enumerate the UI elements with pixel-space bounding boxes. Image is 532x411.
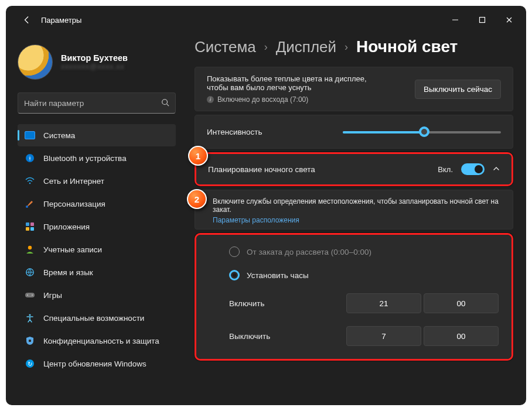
annotation-badge-2: 2 (187, 189, 207, 209)
sidebar-item-label: Конфиденциальность и защита (43, 337, 159, 345)
brush-icon (25, 198, 35, 209)
slider-fill (343, 131, 422, 133)
radio-sunset-sunrise: От заката до рассвета (0:00–0:00) (229, 246, 499, 257)
search-box[interactable]: Найти параметр (18, 93, 176, 114)
intensity-slider[interactable] (343, 126, 501, 138)
gamepad-icon (25, 290, 35, 300)
window-title: Параметры (41, 16, 81, 25)
sidebar-item-windows-update[interactable]: ↻ Центр обновления Windows (18, 352, 176, 375)
location-notice-panel: 2 Включите службы определения местополож… (195, 190, 513, 230)
sidebar-item-label: Игры (43, 291, 62, 300)
svg-rect-1 (480, 18, 485, 23)
info-text-2: чтобы вам было легче уснуть (207, 83, 367, 92)
svg-line-3 (167, 104, 169, 106)
info-status: i Включено до восхода (7:00) (207, 95, 367, 104)
turn-off-hour[interactable]: 7 (346, 326, 421, 346)
toggle-knob (475, 165, 483, 173)
sidebar-item-label: Bluetooth и устройства (43, 154, 127, 163)
apps-icon (25, 221, 35, 232)
turn-off-label: Выключить (229, 332, 270, 341)
back-button[interactable] (15, 8, 39, 32)
schedule-state: Вкл. (438, 165, 453, 174)
turn-on-time-picker: 21 00 (346, 293, 499, 313)
location-notice-text: Включите службы определения местоположен… (213, 197, 502, 214)
sidebar: Виктор Бухтеев xxxxxxx@xxxx.xx Найти пар… (6, 34, 182, 405)
maximize-button[interactable] (469, 8, 496, 32)
radio-selected-icon (229, 270, 240, 280)
sidebar-item-accounts[interactable]: Учетные записи (18, 238, 176, 261)
turn-off-now-button[interactable]: Выключить сейчас (415, 80, 501, 99)
sidebar-item-label: Система (43, 131, 75, 140)
slider-thumb[interactable] (419, 126, 429, 137)
globe-icon (25, 267, 35, 278)
sidebar-item-time-language[interactable]: Время и язык (18, 261, 176, 283)
sidebar-item-label: Время и язык (43, 268, 93, 277)
info-panel: Показывать более теплые цвета на дисплее… (195, 67, 513, 111)
radio-label: Установить часы (247, 271, 309, 280)
search-input[interactable]: Найти параметр (24, 99, 161, 108)
breadcrumb-system[interactable]: Система (195, 38, 256, 56)
svg-point-4 (29, 183, 31, 184)
chevron-right-icon: › (345, 42, 348, 52)
sidebar-item-label: Учетные записи (43, 245, 102, 254)
sidebar-item-personalization[interactable]: Персонализация (18, 193, 176, 215)
sidebar-item-accessibility[interactable]: Специальные возможности (18, 307, 176, 329)
search-icon (161, 98, 169, 108)
svg-rect-12 (29, 340, 31, 342)
sidebar-item-label: Центр обновления Windows (43, 359, 146, 368)
info-text-1: Показывать более теплые цвета на дисплее… (207, 74, 367, 83)
annotation-2: От заката до рассвета (0:00–0:00) Устано… (195, 233, 513, 361)
breadcrumb: Система › Дисплей › Ночной свет (195, 37, 513, 56)
intensity-panel: Интенсивность (195, 115, 513, 149)
window-controls (442, 8, 523, 32)
turn-on-hour[interactable]: 21 (346, 293, 421, 313)
sidebar-item-label: Персонализация (43, 200, 105, 208)
schedule-panel[interactable]: Планирование ночного света Вкл. (196, 154, 511, 184)
breadcrumb-current: Ночной свет (356, 37, 458, 56)
update-icon: ↻ (25, 358, 35, 369)
breadcrumb-display[interactable]: Дисплей (276, 38, 336, 56)
system-icon (25, 130, 35, 141)
sidebar-item-bluetooth[interactable]: ᚼ Bluetooth и устройства (18, 147, 176, 169)
svg-point-11 (29, 314, 30, 316)
sidebar-item-label: Приложения (43, 222, 90, 231)
sidebar-item-network[interactable]: Сеть и Интернет (18, 170, 176, 192)
wifi-icon (25, 176, 35, 186)
profile-name: Виктор Бухтеев (61, 53, 128, 63)
chevron-up-icon[interactable] (493, 165, 500, 174)
turn-on-minute[interactable]: 00 (424, 293, 499, 313)
info-status-text: Включено до восхода (7:00) (217, 95, 308, 104)
sidebar-item-gaming[interactable]: Игры (18, 284, 176, 306)
accounts-icon (25, 244, 35, 255)
turn-off-time-picker: 7 00 (346, 326, 499, 346)
annotation-1: 1 Планирование ночного света Вкл. (195, 152, 513, 186)
turn-on-label: Включить (229, 299, 265, 308)
location-settings-link[interactable]: Параметры расположения (213, 216, 502, 224)
sidebar-item-label: Специальные возможности (43, 314, 144, 323)
info-icon: i (207, 96, 214, 103)
turn-off-time-row: Выключить 7 00 (229, 326, 499, 346)
accessibility-icon (25, 313, 35, 323)
radio-label: От заката до рассвета (0:00–0:00) (247, 248, 371, 256)
svg-point-9 (27, 294, 28, 296)
sidebar-item-label: Сеть и Интернет (43, 177, 104, 186)
shield-icon (25, 335, 35, 346)
main-content: Система › Дисплей › Ночной свет Показыва… (182, 34, 526, 405)
sidebar-item-system[interactable]: Система (18, 124, 176, 146)
profile-email: xxxxxxx@xxxx.xx (61, 63, 128, 71)
radio-circle-icon (229, 246, 240, 257)
sidebar-item-apps[interactable]: Приложения (18, 215, 176, 238)
avatar (18, 44, 53, 80)
minimize-button[interactable] (442, 8, 469, 32)
svg-point-10 (32, 294, 33, 296)
chevron-right-icon: › (264, 42, 268, 52)
svg-rect-8 (25, 293, 35, 297)
schedule-toggle[interactable] (461, 163, 485, 175)
close-button[interactable] (496, 8, 523, 32)
sidebar-item-privacy[interactable]: Конфиденциальность и защита (18, 330, 176, 352)
radio-set-hours[interactable]: Установить часы (229, 270, 499, 280)
turn-off-minute[interactable]: 00 (424, 326, 499, 346)
bluetooth-icon: ᚼ (25, 153, 35, 163)
profile-block[interactable]: Виктор Бухтеев xxxxxxx@xxxx.xx (18, 44, 176, 80)
svg-point-2 (162, 99, 168, 104)
